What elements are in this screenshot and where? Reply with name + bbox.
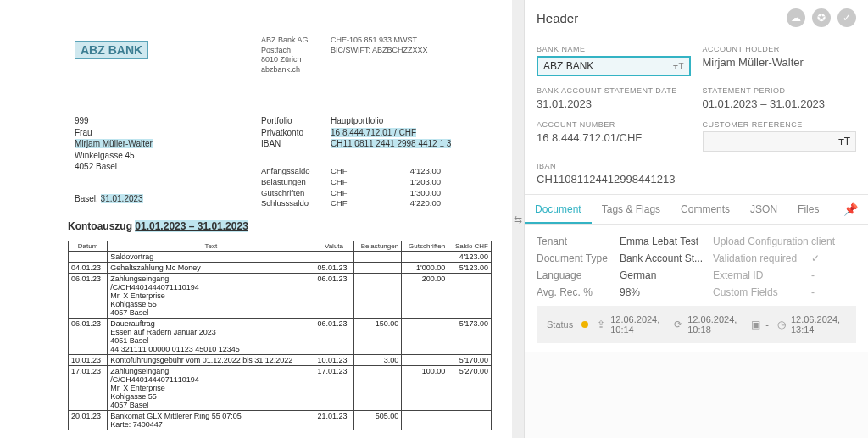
upload-icon: ⇪ (597, 319, 605, 330)
tab-files[interactable]: Files (787, 195, 829, 224)
transactions-table: Datum Text Valuta Belastungen Gutschrift… (68, 241, 492, 430)
status-dot-icon (581, 321, 588, 328)
field-link-line (136, 47, 509, 47)
panel-header: Header ☁ ✪ ✓ (525, 0, 868, 36)
pane-resizer[interactable]: ⇆ (512, 0, 524, 438)
tab-comments[interactable]: Comments (670, 195, 740, 224)
refresh-icon: ⟳ (674, 319, 682, 330)
statement-period-value[interactable]: 01.01.2023 – 31.01.2023 (703, 97, 857, 110)
pin-icon[interactable]: 📌 (833, 202, 868, 216)
bank-name-input[interactable]: ABZ BANK ᴛT (537, 56, 691, 76)
bank-logo-highlight: ABZ BANK (75, 41, 148, 59)
field-account-number: ACCOUNT NUMBER 16 8.444.712.01/CHF (537, 120, 691, 152)
bank-address-block: ABZ Bank AG Postfach 8010 Zürich abzbank… (261, 36, 309, 75)
check-icon[interactable]: ✓ (837, 8, 856, 27)
account-number-value[interactable]: 16 8.444.712.01/CHF (537, 131, 691, 144)
extraction-panel: Header ☁ ✪ ✓ BANK NAME ABZ BANK ᴛT ACCOU… (524, 0, 868, 438)
tab-tags-flags[interactable]: Tags & Flags (592, 195, 670, 224)
cloud-icon[interactable]: ☁ (787, 8, 805, 27)
issue-location-date: Basel, 31.01.2023 (75, 194, 143, 203)
status-bar: Status ⇪ 12.06.2024, 10:14 ⟳ 12.06.2024,… (537, 306, 856, 343)
text-size-icon: ᴛT (838, 136, 850, 147)
table-row: 06.01.23Dauerauftrag Essen auf Rädern Ja… (69, 319, 492, 355)
tab-json[interactable]: JSON (740, 195, 787, 224)
field-iban: IBAN CH11081124412998441213 (537, 162, 856, 186)
text-size-icon: ᴛT (673, 62, 683, 71)
table-row: 04.01.23Gehaltszahlung Mc Money05.01.231… (69, 263, 492, 274)
table-row: Saldovortrag4'123.00 (69, 252, 492, 263)
balance-values: 4'123.00 1'203.00 1'300.00 4'220.00 (390, 166, 441, 209)
table-row: 10.01.23Kontoführungsgebühr vom 01.12.20… (69, 355, 492, 366)
field-statement-period: STATEMENT PERIOD 01.01.2023 – 31.01.2023 (703, 86, 857, 110)
statement-title: Kontoauszug 01.01.2023 – 31.01.2023 (68, 220, 248, 232)
recipient-address: 999 Frau Mirjam Müller-Walter Winkelgass… (75, 115, 153, 173)
field-customer-reference: CUSTOMER REFERENCE ᴛT (703, 120, 857, 152)
table-row: 17.01.23Zahlungseingang /C/CH44014440711… (69, 366, 492, 411)
table-row: 20.01.23Bankomat GLX Mittlerer Ring 55 0… (69, 411, 492, 430)
document-preview[interactable]: ABZ BANK ABZ Bank AG Postfach 8010 Züric… (0, 0, 512, 438)
detail-tabs: Document Tags & Flags Comments JSON File… (525, 194, 868, 225)
customer-reference-input[interactable]: ᴛT (703, 131, 857, 152)
iban-value[interactable]: CH11081124412998441213 (537, 173, 856, 186)
field-statement-date: BANK ACCOUNT STATEMENT DATE 31.01.2023 (537, 86, 691, 110)
balance-labels: Anfangssaldo Belastungen Gutschriften Sc… (261, 166, 310, 209)
portfolio-labels: Portfolio Privatkonto IBAN (261, 115, 303, 150)
archive-icon: ▣ (751, 319, 760, 330)
globe-icon[interactable]: ✪ (812, 8, 831, 27)
field-account-holder: ACCOUNT HOLDER Mirjam Müller-Walter (703, 45, 857, 76)
table-row: 06.01.23Zahlungseingang /C/CH44014440711… (69, 274, 492, 319)
panel-title: Header (537, 11, 578, 25)
account-holder-value[interactable]: Mirjam Müller-Walter (703, 56, 857, 69)
resizer-handle-icon: ⇆ (512, 208, 524, 231)
balance-currency: CHF CHF CHF CHF (331, 166, 348, 209)
header-fields: BANK NAME ABZ BANK ᴛT ACCOUNT HOLDER Mir… (525, 36, 868, 194)
tab-document[interactable]: Document (525, 195, 592, 224)
clock-icon: ◷ (777, 319, 786, 330)
field-bank-name: BANK NAME ABZ BANK ᴛT (537, 45, 691, 76)
checkmark-icon: ✓ (811, 252, 820, 264)
portfolio-values: Hauptportfolio 16 8.444.712.01 / CHF CH1… (331, 115, 451, 150)
bank-ids-block: CHE-105.851.933 MWST BIC/SWIFT: ABZBCHZZ… (331, 36, 428, 55)
document-metadata: Tenant Emma Lebat Test Upload Configurat… (525, 225, 868, 352)
statement-date-value[interactable]: 31.01.2023 (537, 97, 691, 110)
